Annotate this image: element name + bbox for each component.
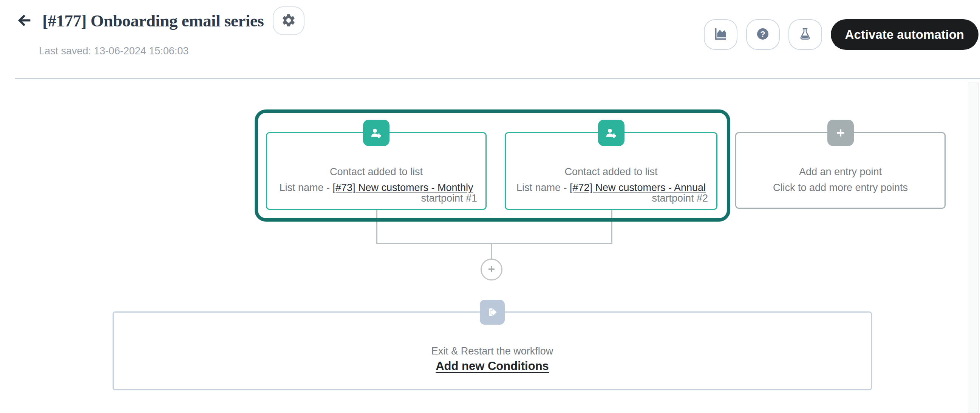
- header-divider: [15, 78, 980, 79]
- node-title: Contact added to list: [267, 166, 485, 178]
- exit-restart-node[interactable]: Exit & Restart the workflow Add new Cond…: [113, 311, 872, 390]
- add-entry-point-node[interactable]: Add an entry point Click to add more ent…: [735, 132, 946, 209]
- node-title: Add an entry point: [736, 166, 945, 178]
- header-actions: ? Activate automation: [704, 19, 978, 50]
- exit-title: Exit & Restart the workflow: [114, 345, 871, 357]
- node-list-row: List name - [#73] New customers - Monthl…: [267, 181, 485, 194]
- startpoint-badge: startpoint #2: [652, 192, 708, 204]
- add-new-conditions-link[interactable]: Add new Conditions: [436, 359, 549, 373]
- last-saved-text: Last saved: 13-06-2024 15:06:03: [39, 45, 189, 57]
- node-list-row: List name - [#72] New customers - Annual: [506, 181, 716, 194]
- user-plus-icon: [598, 120, 625, 146]
- connector-line-horizontal: [376, 243, 612, 244]
- arrow-left-icon: [16, 12, 33, 30]
- gear-icon: [281, 13, 296, 29]
- activate-automation-button[interactable]: Activate automation: [831, 19, 978, 50]
- sign-out-icon: [480, 300, 505, 325]
- node-subtitle: Click to add more entry points: [736, 181, 945, 194]
- exit-link-row: Add new Conditions: [114, 359, 871, 373]
- startpoint-badge: startpoint #1: [421, 192, 477, 204]
- connector-line-merge: [491, 243, 492, 259]
- flask-icon: [797, 26, 813, 43]
- vertical-scrollbar[interactable]: [968, 82, 979, 413]
- list-link[interactable]: [#73] New customers - Monthly: [332, 182, 473, 193]
- startpoint-node-1[interactable]: Contact added to list List name - [#73] …: [266, 132, 487, 210]
- question-circle-icon: ?: [754, 26, 771, 43]
- list-link[interactable]: [#72] New customers - Annual: [570, 182, 706, 193]
- back-button[interactable]: [16, 12, 33, 30]
- svg-text:?: ?: [760, 29, 765, 39]
- plus-icon: [487, 264, 496, 275]
- page-title: [#177] Onboarding email series: [42, 11, 264, 30]
- area-chart-icon: [712, 26, 729, 43]
- list-label: List name -: [279, 182, 332, 193]
- test-button[interactable]: [789, 19, 822, 50]
- automation-editor-screen: [#177] Onboarding email series Last save…: [0, 0, 980, 413]
- statistics-button[interactable]: [704, 19, 737, 50]
- startpoint-node-2[interactable]: Contact added to list List name - [#72] …: [505, 132, 718, 210]
- settings-button[interactable]: [273, 6, 304, 35]
- add-step-button[interactable]: [480, 259, 503, 281]
- user-plus-icon: [363, 120, 390, 146]
- list-label: List name -: [517, 182, 570, 193]
- header-title-row: [#177] Onboarding email series: [16, 5, 304, 37]
- help-button[interactable]: ?: [746, 19, 780, 50]
- plus-icon: [827, 120, 854, 146]
- node-title: Contact added to list: [506, 166, 716, 178]
